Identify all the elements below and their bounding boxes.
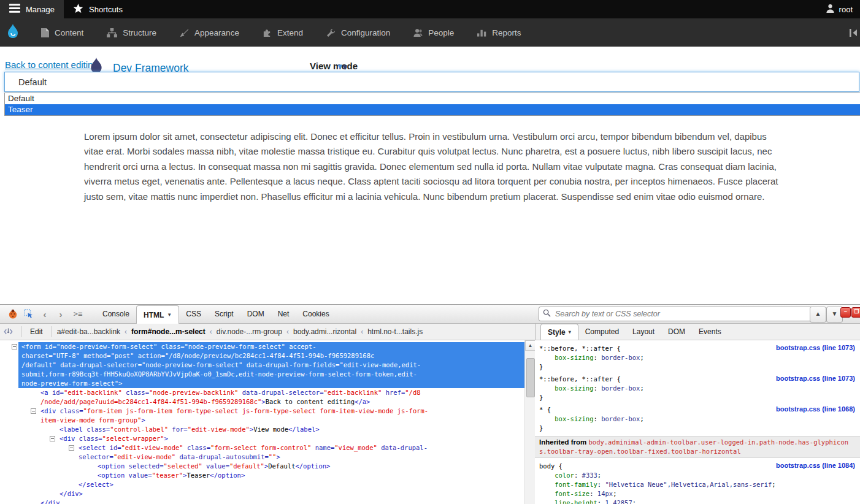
tab-net[interactable]: Net	[271, 305, 296, 323]
code-line[interactable]: /node/add/page?uuid=bc284cc1-4f84-4f51-9…	[0, 397, 524, 407]
collapse-node-icon[interactable]	[31, 408, 36, 414]
tab-shortcuts[interactable]: Shortcuts	[64, 0, 132, 18]
tab-dom[interactable]: DOM	[240, 305, 271, 323]
menu-item-label: Configuration	[341, 28, 390, 37]
code-line[interactable]: <div class="select-wrapper">	[0, 434, 524, 443]
menu-item-people[interactable]: People	[402, 18, 466, 47]
css-source-link[interactable]: bootstrap.css (line 1068)	[776, 405, 855, 413]
history-forward-icon[interactable]: ›	[53, 309, 69, 319]
minimize-button[interactable]: −	[840, 307, 851, 318]
tab-manage[interactable]: Manage	[0, 0, 64, 18]
menu-item-reports[interactable]: Reports	[466, 18, 532, 47]
firebug-icon[interactable]	[5, 309, 21, 319]
devtools-breadcrumb-bar: Edit a#edit-ba...backlink‹form#node...m-…	[0, 324, 860, 340]
tab-html[interactable]: HTML▼	[136, 305, 179, 324]
preview-body-text: Lorem ipsum dolor sit amet, consectetur …	[84, 129, 779, 204]
code-line[interactable]: </select>	[0, 480, 524, 489]
code-line[interactable]: item-view-mode form-group">	[0, 416, 524, 425]
code-line[interactable]: submit,form-r89Bcq3t-fHH5kuQoXQP8ARbYVJv…	[0, 370, 524, 379]
side-tab-dom[interactable]: DOM	[661, 324, 692, 340]
code-line[interactable]: <label class="control-label" for="edit-v…	[0, 425, 524, 434]
devtools-main-toolbar: ‹ › >≡ ConsoleHTML▼CSSScriptDOMNetCookie…	[0, 305, 860, 324]
code-line[interactable]: </div	[0, 498, 524, 504]
restore-button[interactable]: ❐	[851, 307, 860, 318]
tab-console[interactable]: Console	[96, 305, 136, 323]
view-mode-selected-value: Default	[5, 77, 47, 87]
home-button[interactable]	[0, 18, 29, 47]
option-teaser[interactable]: Teaser	[5, 104, 860, 115]
devtools-tabs: ConsoleHTML▼CSSScriptDOMNetCookies	[96, 305, 336, 323]
scrollbar-thumb[interactable]	[526, 358, 535, 397]
css-source-link[interactable]: bootstrap.css (line 1084)	[776, 462, 855, 469]
back-to-content-editing-link[interactable]: Back to content editing	[5, 59, 98, 70]
menu-item-extend[interactable]: Extend	[251, 18, 315, 47]
code-line[interactable]: </div>	[0, 489, 524, 498]
tab-css[interactable]: CSS	[179, 305, 208, 323]
side-tab-style[interactable]: Style▾	[540, 324, 578, 340]
css-rule: bootstrap.css (line 1068)* { box-sizing:…	[539, 405, 860, 433]
menu-item-label: Structure	[123, 28, 156, 37]
code-line[interactable]: /default" data-drupal-selector="node-pre…	[0, 361, 524, 370]
inspect-element-icon[interactable]	[21, 309, 37, 319]
menu-item-configuration[interactable]: Configuration	[315, 18, 402, 47]
menu-item-label: Extend	[277, 28, 303, 37]
scroll-up-icon[interactable]: ▲	[525, 340, 536, 351]
search-input[interactable]	[554, 309, 811, 319]
code-line[interactable]: <form id="node-preview-form-select" clas…	[0, 342, 524, 351]
css-property-name: font-size	[555, 490, 589, 497]
collapse-node-icon[interactable]	[12, 344, 17, 349]
css-source-link[interactable]: bootstrap.css (line 1073)	[776, 375, 855, 382]
user-menu[interactable]: root	[818, 0, 860, 18]
menu-item-appearance[interactable]: Appearance	[168, 18, 251, 47]
code-line[interactable]: <div class="form-item js-form-item form-…	[0, 407, 524, 416]
view-mode-label: View mode	[310, 61, 358, 71]
code-line[interactable]: selector="edit-view-mode" data-drupal-au…	[0, 452, 524, 462]
css-source-link[interactable]: bootstrap.css (line 1073)	[776, 344, 855, 351]
side-tab-layout[interactable]: Layout	[626, 324, 661, 340]
side-tab-computed[interactable]: Computed	[578, 324, 626, 340]
code-line[interactable]: node-preview-form-select">	[0, 379, 524, 388]
breadcrumb-item[interactable]: html.no-t...tails.js	[367, 327, 423, 336]
devtools-panels: <form id="node-preview-form-select" clas…	[0, 340, 860, 504]
menu-item-label: Content	[55, 28, 83, 37]
code-line[interactable]: charset="UTF-8" method="post" action="/d…	[0, 351, 524, 361]
css-property-value: border-box	[601, 415, 640, 422]
html-panel-scrollbar[interactable]: ▲	[524, 340, 536, 504]
css-rule: bootstrap.css (line 1084)body { color: #…	[539, 462, 860, 504]
tab-script[interactable]: Script	[208, 305, 240, 323]
devtools-search	[539, 307, 815, 321]
code-line[interactable]: <option value="teaser">Teaser</option>	[0, 471, 524, 480]
css-property-name: box-sizing	[555, 354, 593, 361]
menu-item-content[interactable]: Content	[29, 18, 95, 47]
devtools-panel: ‹ › >≡ ConsoleHTML▼CSSScriptDOMNetCookie…	[0, 304, 860, 504]
css-selector: *::before, *::after	[539, 345, 613, 352]
breadcrumb-separator-icon: ‹	[361, 327, 363, 336]
tab-cookies[interactable]: Cookies	[296, 305, 336, 323]
collapse-node-icon[interactable]	[50, 436, 55, 441]
breadcrumb-separator-icon: ‹	[210, 327, 212, 336]
code-line[interactable]: <a id="edit-backlink" class="node-previe…	[0, 388, 524, 397]
code-line[interactable]: <option selected="selected" value="defau…	[0, 462, 524, 471]
breadcrumb-item[interactable]: body.admi...rizontal	[293, 327, 356, 336]
code-line[interactable]: <select id="edit-view-mode" class="form-…	[0, 443, 524, 452]
css-property-name: box-sizing	[555, 415, 593, 422]
chart-icon	[477, 28, 486, 37]
breadcrumb-item[interactable]: form#node...m-select	[131, 327, 205, 336]
option-default[interactable]: Default	[5, 93, 860, 104]
css-property-name: font-family	[555, 481, 597, 488]
edit-button[interactable]: Edit	[26, 327, 47, 336]
divider	[21, 326, 21, 337]
scroll-into-view-icon[interactable]	[0, 327, 16, 336]
side-tab-events[interactable]: Events	[692, 324, 728, 340]
collapse-node-icon[interactable]	[69, 445, 74, 451]
admin-toolbar: Manage Shortcuts root	[0, 0, 860, 18]
command-line-icon[interactable]: >≡	[69, 310, 87, 318]
menu-item-structure[interactable]: Structure	[95, 18, 168, 47]
menu-item-label: Appearance	[194, 28, 239, 37]
breadcrumb-item[interactable]: div.node-...rm-group	[217, 327, 282, 336]
view-mode-select[interactable]: Default	[4, 72, 859, 92]
breadcrumb-item[interactable]: a#edit-ba...backlink	[57, 327, 120, 336]
collapse-tray-icon[interactable]	[850, 18, 860, 47]
history-back-icon[interactable]: ‹	[37, 309, 53, 319]
search-previous-button[interactable]: ▲	[810, 307, 826, 323]
